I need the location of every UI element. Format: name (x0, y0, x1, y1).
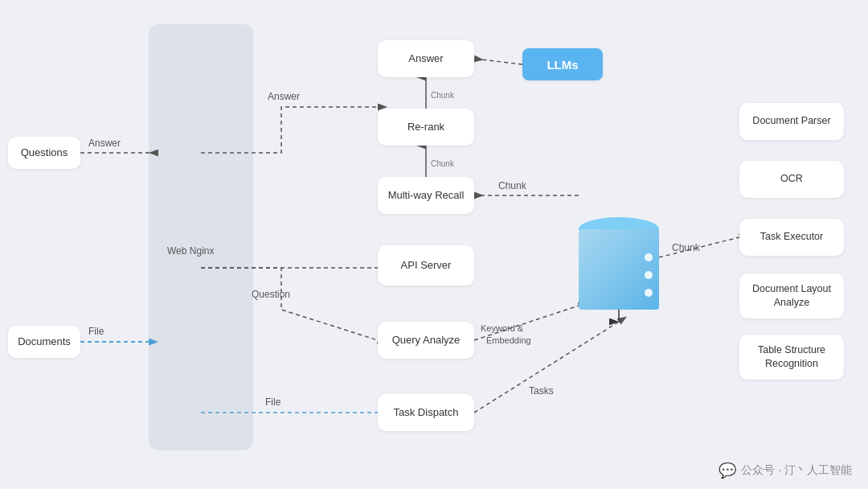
svg-text:Answer: Answer (88, 138, 121, 149)
svg-text:Chunk: Chunk (431, 91, 455, 100)
svg-text:Chunk: Chunk (498, 180, 527, 191)
document-layout-box: Document Layout Analyze (739, 273, 844, 318)
task-executor-box: Task Executor (739, 219, 844, 256)
svg-text:Chunk: Chunk (672, 242, 701, 253)
svg-line-24 (659, 237, 739, 257)
web-nginx-label: Web Nginx (167, 245, 214, 258)
document-parser-box: Document Parser (739, 103, 844, 140)
db-dot-3 (645, 289, 653, 297)
db-dots (645, 253, 653, 297)
diagram-container: Answer Answer Question File File Chunk C… (0, 0, 868, 489)
svg-text:Keyword &: Keyword & (481, 323, 524, 333)
rerank-box: Re-rank (378, 109, 474, 146)
db-dot-2 (645, 271, 653, 279)
svg-text:File: File (265, 397, 281, 408)
ocr-box: OCR (739, 161, 844, 198)
svg-text:Tasks: Tasks (529, 385, 554, 397)
svg-text:Chunk: Chunk (431, 159, 455, 168)
svg-text:Answer: Answer (268, 91, 300, 102)
left-panel (149, 24, 253, 450)
db-dot-1 (645, 253, 653, 261)
answer-box: Answer (378, 40, 474, 77)
svg-text:Embedding: Embedding (486, 335, 531, 345)
svg-line-19 (474, 306, 579, 340)
multiway-recall-box: Multi-way Recall (378, 177, 474, 214)
database-cylinder (579, 217, 659, 322)
query-analyze-box: Query Analyze (378, 322, 474, 359)
watermark: 💬 公众号 · 汀丶人工智能 (719, 462, 852, 479)
documents-box: Documents (8, 326, 80, 358)
svg-line-16 (474, 59, 522, 64)
svg-text:File: File (88, 326, 104, 337)
questions-box: Questions (8, 137, 80, 169)
table-structure-box: Table Structure Recognition (739, 335, 844, 380)
svg-line-22 (474, 322, 619, 413)
api-server-box: API Server (378, 245, 474, 286)
svg-text:Question: Question (252, 289, 290, 300)
db-body (579, 229, 659, 310)
llms-box: LLMs (522, 48, 603, 80)
task-dispatch-box: Task Dispatch (378, 394, 474, 431)
watermark-icon: 💬 (719, 462, 736, 479)
